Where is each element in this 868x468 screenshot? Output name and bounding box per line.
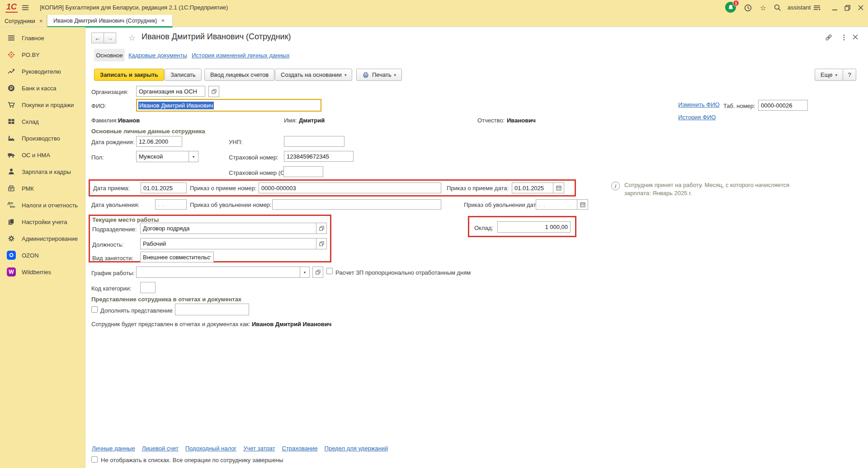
work-schedule-select[interactable]: ▾ [136, 267, 310, 278]
link-personal-data[interactable]: Личные данные [92, 445, 135, 452]
nav-tab-main[interactable]: Основное [94, 49, 125, 61]
dismiss-order-date-label: Приказ об увольнении дата: [464, 201, 541, 208]
sidebar-item-production[interactable]: Производство [0, 132, 85, 145]
salary-input[interactable] [497, 221, 571, 233]
favorite-star-icon[interactable]: ☆ [128, 33, 136, 43]
hire-order-number-input[interactable] [259, 183, 441, 193]
gender-select[interactable]: Мужской ▾ [136, 151, 198, 162]
window-title: [КОПИЯ] Бухгалтерия для Беларуси, редакц… [40, 4, 228, 11]
category-code-label: Код категории: [91, 285, 132, 292]
factory-icon [7, 134, 16, 143]
tab-close-icon[interactable]: × [39, 19, 43, 23]
department-label: Подразделение: [92, 226, 137, 233]
chevron-down-icon[interactable]: ▾ [300, 267, 309, 277]
nav-link-personal-data-history[interactable]: История изменений личных данных [192, 52, 289, 59]
link-insurance[interactable]: Страхование [282, 445, 318, 452]
help-button[interactable]: ? [843, 69, 856, 81]
app-window: 1С [КОПИЯ] Бухгалтерия для Беларуси, ред… [0, 0, 868, 468]
sidebar-item-label: Руководителю [22, 68, 61, 75]
back-button[interactable]: ← [91, 33, 104, 43]
tab-employees[interactable]: Сотрудники × [0, 15, 47, 27]
more-menu-icon[interactable] [840, 33, 848, 42]
link-personal-account[interactable]: Лицевой счет [142, 445, 179, 452]
tab-employee-card[interactable]: Иванов Дмитрий Иванович (Сотрудник) × [47, 15, 173, 28]
department-input[interactable] [140, 223, 316, 234]
change-fio-link[interactable]: Изменить ФИО [678, 101, 720, 108]
position-open-icon[interactable] [316, 238, 327, 249]
favorites-star-icon[interactable]: ☆ [759, 3, 768, 12]
sidebar-item-accounting-settings[interactable]: Настройки учета [0, 215, 85, 228]
calendar-icon[interactable] [577, 199, 588, 210]
save-button[interactable]: Записать [165, 69, 202, 81]
sidebar-item-taxes-reports[interactable]: ДтКт Налоги и отчетность [0, 199, 85, 211]
unp-input[interactable] [284, 136, 344, 147]
work-schedule-open-icon[interactable] [312, 267, 323, 278]
representation-section-header: Представление сотрудника в отчетах и док… [91, 296, 241, 303]
insurance-stravita-input[interactable] [283, 166, 323, 177]
1c-logo-icon: 1С [5, 2, 18, 13]
notifications-icon[interactable]: 1 [725, 2, 736, 13]
save-close-button[interactable]: Записать и закрыть [94, 69, 164, 81]
person-icon [7, 167, 16, 176]
sidebar-item-manager[interactable]: Руководителю [0, 65, 85, 78]
tab-label: Сотрудники [5, 18, 35, 24]
close-form-icon[interactable] [852, 33, 859, 41]
supplement-representation-checkbox[interactable] [91, 306, 98, 313]
employment-type-input[interactable] [140, 252, 214, 262]
chevron-down-icon[interactable]: ▾ [189, 151, 198, 162]
forward-button[interactable]: → [104, 33, 116, 43]
fio-input[interactable]: Иванов Дмитрий Иванович [136, 99, 321, 112]
sidebar-item-salary-hr[interactable]: Зарплата и кадры [0, 165, 85, 178]
hire-date-label: Дата приема: [93, 185, 130, 192]
main-menu-icon[interactable] [21, 3, 30, 12]
organization-open-icon[interactable] [208, 86, 219, 97]
department-open-icon[interactable] [316, 223, 327, 234]
more-button[interactable]: Еще ▾ [815, 69, 843, 81]
user-name[interactable]: assistant [788, 4, 811, 11]
organization-input[interactable] [136, 86, 205, 97]
prop-calc-checkbox[interactable] [326, 268, 333, 274]
sidebar-item-wildberries[interactable]: W Wildberries [0, 266, 85, 278]
sidebar-item-purchases-sales[interactable]: Покупки и продажи [0, 98, 85, 111]
sidebar-item-warehouse[interactable]: Склад [0, 115, 85, 128]
restore-window-icon[interactable] [843, 3, 852, 12]
category-code-input[interactable] [140, 282, 156, 293]
calendar-icon[interactable] [553, 183, 564, 193]
wildberries-icon: W [7, 267, 16, 276]
search-icon[interactable] [773, 3, 782, 12]
sidebar-item-administration[interactable]: Администрирование [0, 232, 85, 245]
hide-in-lists-checkbox[interactable] [91, 456, 98, 463]
hire-order-date-input[interactable] [512, 183, 553, 193]
tab-close-icon[interactable]: × [161, 19, 165, 23]
footer-links: Личные данные Лицевой счет Подоходный на… [92, 445, 388, 452]
dismiss-order-date-input[interactable] [536, 199, 577, 210]
print-button[interactable]: Печать ▾ [356, 69, 402, 81]
link-deduction-limit[interactable]: Предел для удержаний [325, 445, 388, 452]
personal-accounts-button[interactable]: Ввод лицевых счетов [204, 69, 274, 81]
birth-date-input[interactable] [136, 136, 182, 147]
sidebar-item-main[interactable]: Главное [0, 32, 85, 44]
link-cost-accounting[interactable]: Учет затрат [243, 445, 275, 452]
sidebar-item-label: Зарплата и кадры [22, 168, 71, 175]
sidebar-item-rmk[interactable]: РМК [0, 182, 85, 195]
sidebar-item-poby[interactable]: PO.BY [0, 48, 85, 61]
sidebar-item-ozon[interactable]: O OZON [0, 249, 85, 262]
history-fio-link[interactable]: История ФИО [678, 114, 716, 121]
position-input[interactable] [140, 238, 316, 249]
create-based-on-button[interactable]: Создать на основании ▾ [275, 69, 352, 81]
insurance-number-input[interactable] [284, 151, 354, 162]
close-window-icon[interactable] [856, 3, 865, 12]
dismiss-order-number-input[interactable] [272, 199, 441, 210]
get-link-icon[interactable] [825, 33, 833, 42]
nav-link-hr-documents[interactable]: Кадровые документы [128, 52, 187, 59]
sidebar-item-bank-cash[interactable]: Банк и касса [0, 82, 85, 94]
sidebar-item-fixed-assets[interactable]: ОС и НМА [0, 149, 85, 161]
supplement-representation-input[interactable] [175, 304, 249, 315]
minimize-icon[interactable] [830, 3, 839, 12]
user-menu-icon[interactable] [812, 3, 821, 12]
tab-number-input[interactable] [758, 100, 808, 111]
history-icon[interactable] [743, 3, 752, 12]
dismiss-date-input[interactable] [155, 199, 187, 210]
link-income-tax[interactable]: Подоходный налог [185, 445, 236, 452]
hire-date-input[interactable] [141, 183, 187, 193]
